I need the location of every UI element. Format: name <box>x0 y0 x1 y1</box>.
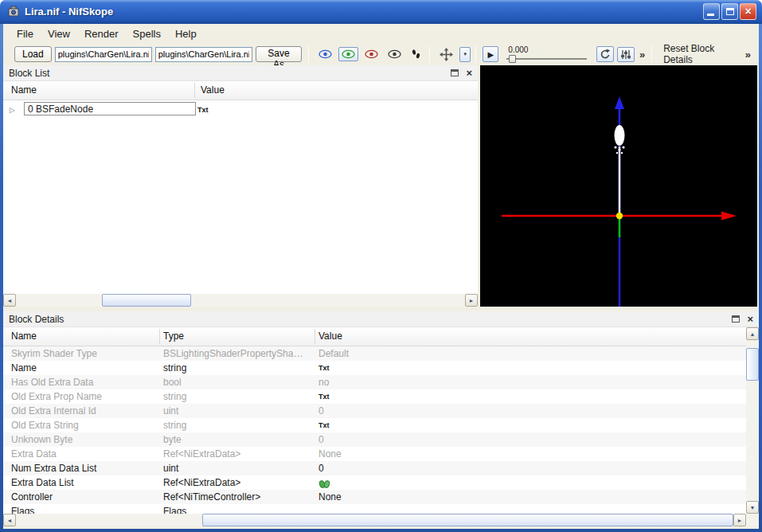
table-row[interactable]: Num Extra Data List uint 0 <box>3 461 746 475</box>
time-slider[interactable] <box>506 54 590 63</box>
scroll-thumb[interactable] <box>202 514 733 526</box>
toolbar-overflow-button[interactable]: » <box>742 49 754 61</box>
rotate-animation-icon[interactable] <box>596 46 614 62</box>
table-row[interactable]: Extra Data Ref<NiExtraData> None <box>3 447 746 461</box>
scroll-right-button[interactable]: ► <box>465 294 478 307</box>
table-row[interactable]: Old Extra String string Txt <box>3 418 746 432</box>
column-name[interactable]: Name <box>11 84 37 96</box>
table-row[interactable]: Skyrim Shader Type BSLightingShaderPrope… <box>3 346 746 361</box>
menu-file[interactable]: File <box>10 25 41 42</box>
scroll-thumb[interactable] <box>102 294 191 307</box>
block-list-column-header: Name Value <box>3 81 478 100</box>
close-icon: × <box>744 6 751 17</box>
scroll-thumb[interactable] <box>746 348 759 381</box>
menu-render[interactable]: Render <box>77 25 126 42</box>
table-row[interactable]: Unknown Byte byte 0 <box>3 432 746 447</box>
detail-value <box>315 504 746 514</box>
node-value-txt: Txt <box>197 104 209 116</box>
detail-name: Extra Data List <box>3 475 159 490</box>
close-button[interactable]: × <box>740 3 756 20</box>
render-viewport[interactable] <box>480 65 757 307</box>
scrollbar-corner <box>746 514 759 526</box>
detail-value <box>315 475 746 490</box>
render-settings-bars-icon[interactable] <box>617 47 635 62</box>
detail-value-txt: Txt <box>315 418 746 432</box>
detail-name: Has Old Extra Data <box>3 375 159 389</box>
hidden-eye-dark-icon[interactable] <box>385 47 404 61</box>
furniture-footprints-icon[interactable] <box>408 46 424 62</box>
block-details-vscrollbar[interactable]: ▲ ▼ <box>746 327 759 514</box>
reset-block-details-button[interactable]: Reset Block Details <box>657 41 742 67</box>
detail-value: 0 <box>315 404 746 418</box>
detail-type: uint <box>159 404 315 418</box>
table-row[interactable]: Controller Ref<NiTimeController> None <box>3 490 746 504</box>
float-panel-icon[interactable] <box>732 315 740 323</box>
slider-thumb[interactable] <box>509 55 516 63</box>
tree-row-bsfadenode[interactable]: ▷ 0 BSFadeNode Txt <box>3 102 478 116</box>
toolbar: Load Save As <box>3 43 759 65</box>
column-name[interactable]: Name <box>11 331 37 342</box>
table-row[interactable]: Old Extra Prop Name string Txt <box>3 389 746 404</box>
menu-spells[interactable]: Spells <box>126 25 168 42</box>
toolbar-separator <box>429 46 430 63</box>
table-row[interactable]: Name string Txt <box>3 361 746 375</box>
column-value[interactable]: Value <box>201 84 225 96</box>
maximize-button[interactable] <box>721 3 738 20</box>
table-row[interactable]: Old Extra Internal Id uint 0 <box>3 404 746 418</box>
node-name[interactable]: 0 BSFadeNode <box>24 102 196 115</box>
chevron-down-icon: ▼ <box>463 52 467 57</box>
block-details-hscrollbar[interactable]: ◄ ► <box>3 514 746 526</box>
nodes-eye-green-icon[interactable] <box>338 47 358 61</box>
move-tool-dropdown[interactable]: ▼ <box>459 47 471 62</box>
close-panel-icon[interactable]: × <box>747 315 753 324</box>
column-type[interactable]: Type <box>163 331 184 342</box>
scroll-left-button[interactable]: ◄ <box>3 514 16 526</box>
minimize-icon <box>707 14 714 16</box>
titlebar[interactable]: Lira.nif - NifSkope × <box>0 0 762 24</box>
move-tool-icon[interactable] <box>436 45 456 64</box>
detail-type: BSLightingShaderPropertySha… <box>159 346 315 361</box>
detail-value: 0 <box>315 461 746 475</box>
expand-arrow-icon[interactable]: ▷ <box>10 104 15 116</box>
table-row[interactable]: Has Old Extra Data bool no <box>3 375 746 389</box>
scroll-down-button[interactable]: ▼ <box>746 501 759 514</box>
array-link-icon[interactable] <box>318 479 330 489</box>
block-details-rows: Skyrim Shader Type BSLightingShaderPrope… <box>3 346 746 514</box>
float-panel-icon[interactable] <box>451 69 459 76</box>
menu-help[interactable]: Help <box>168 25 204 42</box>
window-title: Lira.nif - NifSkope <box>25 6 701 18</box>
detail-type: string <box>159 361 315 375</box>
detail-type: Ref<NiExtraData> <box>159 475 315 490</box>
save-as-button[interactable]: Save As <box>256 46 302 62</box>
detail-name: Controller <box>3 490 159 504</box>
block-list-hscrollbar[interactable]: ◄ ► <box>3 294 478 307</box>
detail-value-txt: Txt <box>315 389 746 404</box>
toolbar-separator <box>308 46 309 63</box>
block-details-panel: Block Details × Name Type Value Skyrim S… <box>3 311 759 526</box>
column-separator[interactable] <box>159 329 160 344</box>
axes-eye-blue-icon[interactable] <box>315 47 335 61</box>
save-path-input[interactable] <box>155 47 252 62</box>
column-value[interactable]: Value <box>318 331 342 342</box>
block-details-header: Block Details × <box>3 311 759 327</box>
z-axis-arrowhead <box>615 96 624 109</box>
table-row[interactable]: Extra Data List Ref<NiExtraData> <box>3 475 746 490</box>
close-panel-icon[interactable]: × <box>466 68 472 78</box>
scroll-right-button[interactable]: ► <box>733 514 746 526</box>
load-path-input[interactable] <box>55 47 152 62</box>
properties-eye-red-icon[interactable] <box>361 47 381 61</box>
scroll-up-button[interactable]: ▲ <box>746 327 759 340</box>
load-button[interactable]: Load <box>14 46 52 62</box>
column-separator[interactable] <box>315 329 315 344</box>
detail-value: Default <box>315 346 746 361</box>
app-icon[interactable] <box>7 5 20 18</box>
menu-view[interactable]: View <box>41 25 77 42</box>
x-axis-arrowhead <box>721 212 737 221</box>
scroll-left-button[interactable]: ◄ <box>3 294 16 307</box>
minimize-button[interactable] <box>703 3 720 20</box>
column-separator[interactable] <box>194 83 195 98</box>
toolbar-overflow-button[interactable]: » <box>636 49 648 61</box>
play-button[interactable]: ▶ <box>483 46 498 62</box>
table-row[interactable]: Flags Flags <box>3 504 746 514</box>
block-list-panel: Block List × Name Value ▷ 0 BSFadeNode T… <box>3 65 478 307</box>
